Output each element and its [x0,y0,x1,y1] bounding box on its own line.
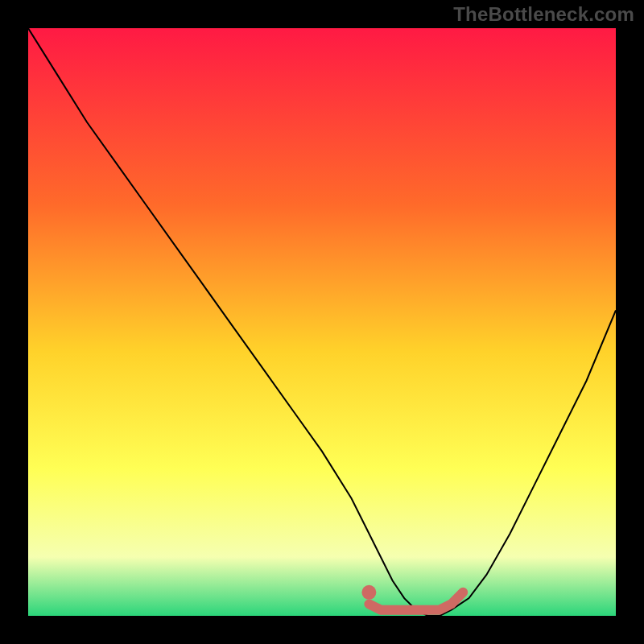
plot-area [28,28,616,616]
gradient-bg [28,28,616,616]
chart-svg [28,28,616,616]
chart-stage: TheBottleneck.com [0,0,644,644]
highlight-dot [361,585,376,600]
watermark-text: TheBottleneck.com [453,3,634,26]
